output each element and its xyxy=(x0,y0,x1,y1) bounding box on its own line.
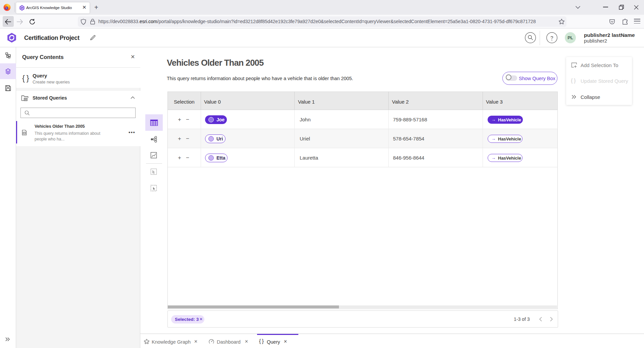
svg-text:?: ? xyxy=(550,35,553,41)
